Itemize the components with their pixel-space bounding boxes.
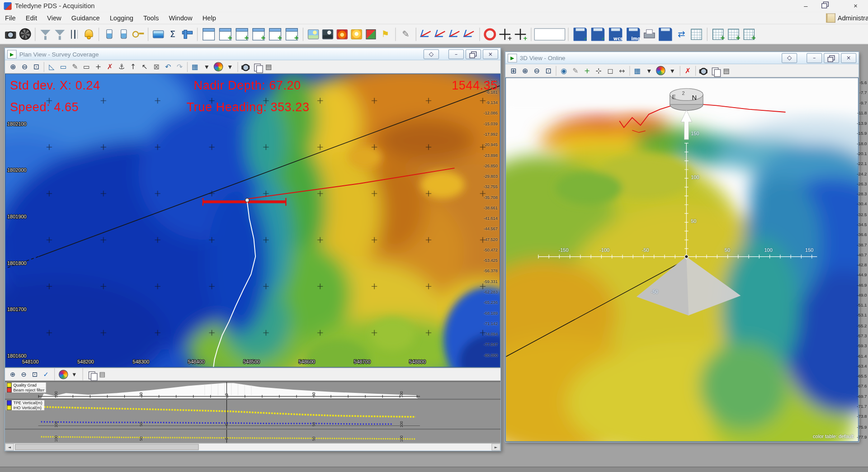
measure-mark-icon[interactable] bbox=[462, 27, 476, 41]
select-box-icon[interactable]: ◻ bbox=[604, 65, 616, 76]
menu-item[interactable]: Edit bbox=[21, 13, 42, 23]
annotate-tool-icon[interactable]: ✎ bbox=[69, 61, 81, 73]
title-bar[interactable]: Teledyne PDS - Acquisition – × bbox=[0, 0, 868, 12]
zoom-in-icon[interactable]: ⊕ bbox=[7, 61, 19, 73]
pan-tool-icon[interactable]: ⊹ bbox=[593, 65, 604, 76]
zoom-extents-icon[interactable]: ⊞ bbox=[508, 65, 519, 76]
horizontal-scrollbar[interactable]: ◄ ► bbox=[5, 443, 500, 451]
zoom-window-icon[interactable]: ⊡ bbox=[29, 369, 40, 380]
transfer-icon[interactable]: ⇄ bbox=[674, 27, 689, 41]
delete-tool-icon[interactable]: ✗ bbox=[104, 61, 116, 73]
zoom-window-icon[interactable]: ⊡ bbox=[30, 61, 42, 73]
redo-icon[interactable]: ↷ bbox=[174, 61, 185, 73]
scroll-left-arrow[interactable]: ◄ bbox=[5, 444, 14, 451]
3d-scene-area[interactable]: E 2 N 150 100 50 -150 -100 -50 50 100 15… bbox=[505, 77, 859, 442]
layers-dropdown-icon[interactable]: ▾ bbox=[201, 61, 212, 73]
quality-profile-graph[interactable]: Quality GradBeam reject filter 100 50 0 … bbox=[5, 381, 500, 398]
bathymetry-map[interactable]: 1802100 1802000 1801900 1801800 1801700 … bbox=[5, 74, 500, 367]
scene-day-icon[interactable] bbox=[306, 27, 321, 41]
colormap-button[interactable] bbox=[57, 369, 68, 380]
add-log-icon[interactable]: + bbox=[741, 26, 757, 42]
zoom-out-icon[interactable]: ⊖ bbox=[531, 65, 542, 76]
filter-icon[interactable] bbox=[38, 27, 52, 41]
window-layout-icon[interactable] bbox=[200, 26, 217, 42]
add-plan-view-icon[interactable]: + bbox=[234, 26, 250, 42]
tpe-profile-graph[interactable]: TPE Vertical(m)IHO Vertical(m) 100 50 0 … bbox=[5, 399, 500, 429]
zoom-in-icon[interactable]: ⊕ bbox=[7, 369, 18, 380]
app-minimize-button[interactable]: – bbox=[793, 0, 818, 12]
filter-settings-icon[interactable] bbox=[52, 27, 67, 41]
save-layout-icon[interactable] bbox=[656, 25, 674, 43]
add-fix-icon[interactable]: + bbox=[497, 26, 513, 42]
scrollbar-thumb[interactable] bbox=[15, 444, 199, 450]
menu-item[interactable]: Logging bbox=[105, 13, 138, 23]
cube-3d-icon[interactable] bbox=[363, 27, 378, 41]
close-button[interactable]: × bbox=[841, 53, 856, 63]
profile-tool-icon[interactable]: ◺ bbox=[46, 61, 58, 73]
menu-item[interactable]: File bbox=[0, 13, 21, 23]
restore-button[interactable] bbox=[466, 49, 481, 59]
app-close-button[interactable]: × bbox=[843, 0, 868, 12]
add-raw-data-view-icon[interactable]: + bbox=[283, 26, 300, 42]
copy-view-icon[interactable] bbox=[709, 65, 721, 76]
print-icon[interactable] bbox=[642, 27, 656, 41]
3d-view-titlebar[interactable]: ▶ 3D View - Online ◇ – × bbox=[505, 52, 859, 64]
plan-map-area[interactable]: 1802100 1802000 1801900 1801800 1801700 … bbox=[5, 74, 500, 368]
add-grid-icon[interactable]: + bbox=[726, 26, 741, 42]
menu-item[interactable]: Guidance bbox=[66, 13, 105, 23]
iho-limit-graph[interactable]: 100 50 0 50 100 bbox=[5, 429, 500, 443]
eye-point-icon[interactable]: ◉ bbox=[558, 65, 570, 76]
eraser-tool-icon[interactable]: ⊠ bbox=[151, 61, 162, 73]
measure-angle-icon[interactable] bbox=[419, 27, 434, 41]
pin-view-button[interactable]: ◇ bbox=[424, 49, 439, 59]
menu-item[interactable]: Tools bbox=[138, 13, 164, 23]
plan-view-titlebar[interactable]: ▶ Plan View - Survey Coverage ◇ – × bbox=[5, 48, 500, 61]
warning-flag-icon[interactable]: ⚑ bbox=[378, 27, 392, 41]
bathymetry-3d-scene[interactable]: E 2 N 150 100 50 -150 -100 -50 50 100 15… bbox=[506, 78, 858, 441]
snapshot-icon[interactable] bbox=[3, 27, 18, 41]
scene-night-icon[interactable] bbox=[321, 27, 335, 41]
anchor-tool-icon[interactable]: ⚓ bbox=[116, 61, 127, 73]
colormap-button[interactable] bbox=[655, 65, 667, 76]
save-wcs-icon[interactable]: wcs bbox=[607, 25, 624, 43]
view-properties-icon[interactable]: ▤ bbox=[97, 369, 108, 380]
colormap-dropdown-icon[interactable]: ▾ bbox=[224, 61, 236, 73]
close-button[interactable]: × bbox=[483, 49, 498, 59]
quick-select-box[interactable] bbox=[534, 28, 566, 40]
move-tool-icon[interactable]: + bbox=[92, 61, 104, 73]
add-profile-view-icon[interactable]: + bbox=[250, 26, 267, 42]
save-check-icon[interactable]: ✓ bbox=[571, 25, 589, 43]
view-snapshot-icon[interactable] bbox=[698, 65, 709, 76]
colormap-dropdown-icon[interactable]: ▾ bbox=[69, 369, 80, 380]
scrollbar-track[interactable] bbox=[14, 444, 492, 451]
north-up-icon[interactable]: ↑ bbox=[127, 61, 139, 73]
menu-item[interactable]: View bbox=[42, 13, 66, 23]
view-properties-icon[interactable]: ▤ bbox=[263, 61, 275, 73]
sound-velocity-icon[interactable] bbox=[102, 27, 116, 41]
alarm-bell-icon[interactable] bbox=[81, 27, 96, 41]
minimize-button[interactable]: – bbox=[448, 49, 464, 59]
measure-bearing-icon[interactable] bbox=[448, 27, 462, 41]
menu-item[interactable]: Help bbox=[198, 13, 221, 23]
sv-profile-icon[interactable] bbox=[116, 27, 131, 41]
stop-alarm-icon[interactable] bbox=[483, 27, 497, 41]
scene-bright-icon[interactable] bbox=[349, 27, 364, 41]
view-snapshot-icon[interactable] bbox=[240, 61, 251, 73]
undo-icon[interactable]: ↶ bbox=[162, 61, 174, 73]
add-event-icon[interactable]: + bbox=[513, 26, 528, 42]
zoom-window-icon[interactable]: ⊡ bbox=[542, 65, 554, 76]
zoom-out-icon[interactable]: ⊖ bbox=[19, 61, 31, 73]
app-restore-button[interactable] bbox=[818, 0, 843, 12]
tide-icon[interactable] bbox=[151, 27, 165, 41]
select-rect-icon[interactable]: ▭ bbox=[81, 61, 93, 73]
save-img-icon[interactable]: img bbox=[624, 25, 642, 43]
menu-item[interactable]: Window bbox=[164, 13, 197, 23]
wand-tool-icon[interactable]: ✎ bbox=[570, 65, 581, 76]
copy-view-icon[interactable] bbox=[86, 369, 97, 380]
colormap-dropdown-icon[interactable]: ▾ bbox=[666, 65, 678, 76]
add-3d-view-icon[interactable]: + bbox=[267, 26, 283, 42]
pin-view-button[interactable]: ◇ bbox=[782, 53, 797, 63]
layers-button[interactable]: ▦ bbox=[189, 61, 201, 73]
video-record-icon[interactable] bbox=[18, 27, 32, 41]
reject-icon[interactable]: ✗ bbox=[682, 65, 694, 76]
